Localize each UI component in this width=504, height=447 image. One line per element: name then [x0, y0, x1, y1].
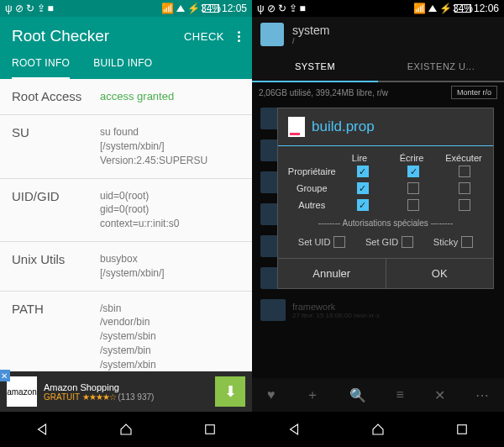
download-icon[interactable]: ⬇ [215, 376, 245, 407]
dialog-title: build.prop [312, 118, 375, 135]
appbar: Root Checker CHECK ROOT INFO BUILD INFO [0, 17, 252, 79]
checkbox[interactable] [407, 199, 419, 211]
file-manager-topbar: system/ [252, 17, 504, 52]
checkbox[interactable]: ✓ [357, 182, 369, 194]
more-icon[interactable]: ⋯ [475, 387, 489, 403]
ad-title: Amazon Shopping [44, 382, 208, 392]
android-navbar [252, 412, 504, 447]
clock: 12:06 [474, 3, 499, 14]
statusbar-right: ψ⊘↻⇪■ 📶 ⚡ 34% 12:06 [252, 0, 504, 17]
battery-icon: 34% [454, 4, 471, 13]
special-perms-label: -------- Autorisations spéciales -------… [281, 213, 490, 233]
perm-row: Groupe✓ [281, 180, 490, 197]
special-perm[interactable]: Sticky [433, 236, 473, 248]
back-icon[interactable] [286, 422, 302, 437]
ok-button[interactable]: OK [386, 259, 494, 288]
row-value: uid=0(root)gid=0(root)context=u:r:init:s… [100, 189, 179, 231]
info-row: PATH/sbin/vendor/bin/system/sbin/system/… [0, 292, 252, 371]
permissions-dialog: build.prop Lire Écrire Exécuter Propriét… [277, 108, 494, 289]
tabs: ROOT INFO BUILD INFO [12, 57, 240, 79]
perm-row: Propriétaire✓✓ [281, 163, 490, 180]
row-label: Unix Utils [12, 252, 100, 281]
special-perm[interactable]: Set UID [298, 236, 346, 248]
close-icon[interactable]: ✕ [434, 387, 445, 403]
row-value: /sbin/vendor/bin/system/sbin/system/bin/… [100, 302, 156, 371]
home-icon[interactable] [370, 422, 386, 437]
checkbox[interactable]: ✓ [357, 199, 369, 211]
svg-rect-1 [458, 425, 467, 434]
clock: 12:05 [222, 3, 247, 14]
recent-icon[interactable] [202, 422, 218, 437]
ad-app-icon: amazon [7, 376, 37, 407]
tab-system[interactable]: SYSTEM [252, 52, 378, 82]
overflow-menu-icon[interactable] [238, 31, 240, 42]
signal-icon [428, 5, 437, 12]
info-row: SUsu found[/system/xbin/]Version:2.45:SU… [0, 115, 252, 178]
special-perm[interactable]: Set GID [365, 236, 413, 248]
row-label: PATH [12, 302, 100, 371]
row-value: su found[/system/xbin/]Version:2.45:SUPE… [100, 125, 207, 167]
perm-label: Groupe [281, 183, 338, 193]
file-row[interactable]: framework27 févr. 15 18:06:00 rwxr-xr-x [252, 294, 504, 326]
checkbox[interactable] [333, 236, 345, 248]
check-button[interactable]: CHECK [184, 30, 224, 43]
checkbox[interactable] [402, 236, 413, 248]
android-navbar [0, 412, 252, 447]
tab-root-info[interactable]: ROOT INFO [12, 57, 70, 79]
info-row: UID/GIDuid=0(root)gid=0(root)context=u:r… [0, 179, 252, 242]
ad-close-icon[interactable]: ✕ [0, 370, 10, 381]
perm-label: Propriétaire [281, 166, 338, 176]
search-icon[interactable]: 🔍 [349, 387, 366, 403]
checkbox[interactable] [461, 236, 473, 248]
checkbox[interactable] [459, 182, 470, 194]
file-icon [288, 117, 305, 137]
back-icon[interactable] [34, 422, 50, 437]
tab-build-info[interactable]: BUILD INFO [93, 57, 152, 79]
battery-icon: 34% [202, 4, 219, 13]
favorite-icon[interactable]: ♥ [267, 387, 276, 402]
folder-icon [260, 299, 286, 321]
root-info-list: Root Accessaccess grantedSUsu found[/sys… [0, 79, 252, 371]
app-title: Root Checker [12, 27, 109, 45]
info-row: Root Accessaccess granted [0, 79, 252, 115]
folder-icon [260, 23, 284, 46]
sort-icon[interactable]: ≡ [396, 387, 404, 402]
storage-info: 2,06GB utilisé, 399,24MB libre, r/w Mont… [252, 82, 504, 103]
mount-button[interactable]: Monter r/o [451, 86, 497, 99]
wifi-icon: 📶 [161, 3, 174, 14]
perm-label: Autres [281, 200, 338, 210]
row-value: busybox[/system/xbin/] [100, 252, 165, 281]
ad-banner[interactable]: ✕ amazon Amazon Shopping GRATUIT ★★★★☆ (… [0, 371, 252, 412]
signal-icon [176, 5, 185, 12]
home-icon[interactable] [118, 422, 134, 437]
add-icon[interactable]: ＋ [306, 387, 319, 404]
wifi-icon: 📶 [413, 3, 426, 14]
row-label: Root Access [12, 89, 100, 104]
checkbox[interactable]: ✓ [407, 166, 419, 177]
fm-tabs: SYSTEM EXISTENZ U... [252, 52, 504, 82]
perm-row: Autres✓ [281, 197, 490, 213]
info-row: Unix Utilsbusybox[/system/xbin/] [0, 242, 252, 292]
tab-existenz[interactable]: EXISTENZ U... [378, 52, 504, 81]
row-label: UID/GID [12, 189, 100, 231]
fm-bottombar: ♥ ＋ 🔍 ≡ ✕ ⋯ [252, 378, 504, 412]
checkbox[interactable] [407, 182, 419, 194]
checkbox[interactable]: ✓ [357, 166, 369, 177]
checkbox[interactable] [459, 166, 470, 177]
statusbar-left: ψ⊘↻⇪■ 📶 ⚡ 34% 12:05 [0, 0, 252, 17]
row-value: access granted [100, 89, 174, 104]
row-label: SU [12, 125, 100, 167]
recent-icon[interactable] [454, 422, 470, 437]
cancel-button[interactable]: Annuler [278, 259, 386, 288]
svg-rect-0 [206, 425, 215, 434]
checkbox[interactable] [459, 199, 470, 211]
